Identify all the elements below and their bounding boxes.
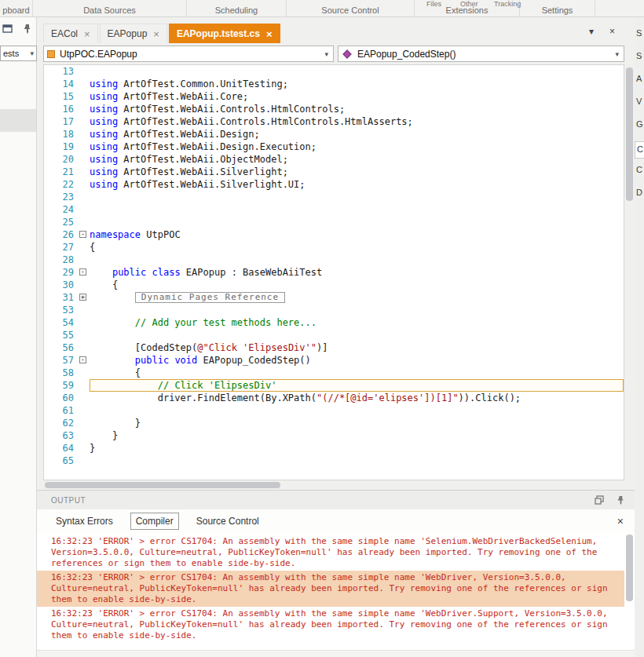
restore-panel-icon[interactable] xyxy=(595,495,604,505)
output-tab-compiler[interactable]: Compiler xyxy=(130,513,179,530)
code-text[interactable]: { xyxy=(90,241,624,254)
output-vertical-scrollbar[interactable] xyxy=(624,532,635,650)
right-strip-item[interactable]: C xyxy=(635,141,644,159)
close-document-icon[interactable]: × xyxy=(609,26,615,37)
right-strip-item[interactable]: A xyxy=(635,71,644,93)
fold-plus-icon[interactable]: + xyxy=(79,294,86,301)
output-panel-header: OUTPUT xyxy=(37,491,635,509)
code-text[interactable]: using ArtOfTest.WebAii.Controls.HtmlCont… xyxy=(90,103,624,115)
code-text[interactable]: using ArtOfTest.WebAii.Design; xyxy=(90,128,624,141)
fold-gutter: - xyxy=(79,354,90,367)
type-selector-value: UtpPOC.EAPopup xyxy=(60,49,137,60)
ribbon-small-label[interactable]: Other xyxy=(460,0,478,8)
code-text[interactable] xyxy=(90,404,624,417)
right-strip-item[interactable]: S xyxy=(635,48,644,71)
code-text[interactable]: using ArtOfTest.WebAii.Silverlight.UI; xyxy=(90,178,624,191)
editor-line: 25 xyxy=(44,216,624,228)
output-horizontal-scroll-area[interactable] xyxy=(37,650,635,657)
output-entry[interactable]: 16:32:23 'INFO' > Build Failed xyxy=(37,647,624,650)
line-number: 53 xyxy=(44,304,79,316)
pin-icon[interactable] xyxy=(617,495,625,505)
editor-vertical-scrollbar[interactable] xyxy=(624,64,635,490)
tab-EAPopup[interactable]: EAPopup× xyxy=(100,24,167,43)
fold-minus-icon[interactable]: - xyxy=(79,356,86,363)
code-text[interactable]: } xyxy=(90,429,624,442)
code-text[interactable]: // Add your test methods here... xyxy=(90,316,624,329)
code-text[interactable]: } xyxy=(90,417,624,429)
output-entry[interactable]: 16:32:23 'ERROR' > error CS1704: An asse… xyxy=(37,535,624,571)
type-selector-dropdown[interactable]: UtpPOC.EAPopup ▾ xyxy=(43,46,334,62)
code-text[interactable] xyxy=(90,65,624,78)
tab-EACol[interactable]: EACol× xyxy=(43,24,98,43)
line-number: 24 xyxy=(44,203,79,216)
ribbon-group[interactable]: pboard xyxy=(0,0,33,16)
code-token: public xyxy=(135,355,169,366)
tab-close-icon[interactable]: × xyxy=(153,29,159,39)
right-strip-item[interactable]: S xyxy=(635,25,644,48)
output-tab-source-control[interactable]: Source Control xyxy=(192,513,264,529)
ribbon-group[interactable]: Settings xyxy=(520,0,595,16)
output-entry[interactable]: 16:32:23 'ERROR' > error CS1704: An asse… xyxy=(37,571,624,607)
code-text[interactable]: { xyxy=(90,367,624,379)
editor-horizontal-scrollbar-thumb[interactable] xyxy=(45,482,280,488)
code-text[interactable]: using ArtOfTest.WebAii.Design.Execution; xyxy=(90,141,624,153)
fold-gutter xyxy=(79,279,90,291)
output-entry[interactable]: 16:32:23 'ERROR' > error CS1704: An asse… xyxy=(37,607,624,643)
code-text[interactable] xyxy=(90,254,624,266)
code-text[interactable]: Dynamic Pages Reference xyxy=(90,291,624,304)
editor-horizontal-scrollbar[interactable] xyxy=(43,480,624,490)
left-panel-selected-item[interactable] xyxy=(0,109,36,132)
code-text[interactable]: using ArtOfTest.WebAii.Controls.HtmlCont… xyxy=(90,115,624,128)
code-text[interactable]: using ArtOfTest.Common.UnitTesting; xyxy=(90,78,624,90)
output-close-icon[interactable]: × xyxy=(617,515,624,527)
code-text[interactable]: driver.FindElement(By.XPath("(//*[@id='e… xyxy=(90,392,624,404)
ribbon-group[interactable]: Data Sources xyxy=(33,0,187,16)
ribbon-small-label[interactable]: Tracking xyxy=(494,0,521,8)
code-token: using xyxy=(90,179,118,190)
code-text[interactable]: } xyxy=(90,442,624,454)
dock-window-icon[interactable] xyxy=(2,24,13,34)
fold-gutter xyxy=(79,454,90,467)
code-text[interactable]: public class EAPopup : BaseWebAiiTest xyxy=(90,266,624,279)
right-strip-item[interactable]: V xyxy=(635,93,644,116)
code-text[interactable] xyxy=(90,329,624,341)
fold-minus-icon[interactable]: - xyxy=(79,268,86,276)
code-token: ArtOfTest.WebAii.Silverlight; xyxy=(118,166,288,177)
code-text[interactable]: // Click 'ElipsesDiv' xyxy=(90,379,624,392)
right-strip-item[interactable]: D xyxy=(635,184,644,207)
member-selector-dropdown[interactable]: EAPopup_CodedStep() ▾ xyxy=(338,46,624,62)
code-text[interactable] xyxy=(90,454,624,467)
output-tab-syntax-errors[interactable]: Syntax Errors xyxy=(51,513,118,529)
code-text[interactable]: using ArtOfTest.WebAii.Core; xyxy=(90,90,624,103)
code-text[interactable]: using ArtOfTest.WebAii.ObjectModel; xyxy=(90,153,624,166)
fold-minus-icon[interactable]: - xyxy=(79,231,86,238)
editor-line: 17using ArtOfTest.WebAii.Controls.HtmlCo… xyxy=(44,115,624,128)
ribbon-group[interactable]: Source Control xyxy=(287,0,415,16)
right-strip-item[interactable]: C xyxy=(635,162,644,184)
right-strip-item[interactable]: G xyxy=(635,116,644,139)
tab-close-icon[interactable]: × xyxy=(84,29,90,39)
code-text[interactable] xyxy=(90,216,624,228)
editor-vertical-scrollbar-thumb[interactable] xyxy=(626,68,633,201)
tests-dropdown[interactable]: ests ▾ xyxy=(0,46,37,61)
code-text[interactable] xyxy=(90,203,624,216)
code-editor[interactable]: 1314using ArtOfTest.Common.UnitTesting;1… xyxy=(43,64,624,480)
editor-line: 29- public class EAPopup : BaseWebAiiTes… xyxy=(44,266,624,279)
ribbon-group[interactable]: Scheduling xyxy=(187,0,287,16)
code-text[interactable]: [CodedStep(@"Click 'ElipsesDiv'")] xyxy=(90,341,624,354)
code-text[interactable] xyxy=(90,304,624,316)
code-text[interactable]: namespace UtpPOC xyxy=(90,228,624,241)
code-text[interactable]: { xyxy=(90,279,624,291)
code-text[interactable]: using ArtOfTest.WebAii.Silverlight; xyxy=(90,166,624,178)
ribbon-small-label[interactable]: Files xyxy=(426,0,441,8)
output-body: 16:32:23 'ERROR' > error CS1704: An asse… xyxy=(37,532,635,650)
line-number: 60 xyxy=(44,392,79,404)
code-text[interactable] xyxy=(90,191,624,203)
tab-EAPopup.tstest.cs[interactable]: EAPopup.tstest.cs× xyxy=(169,24,280,43)
pin-icon[interactable] xyxy=(23,24,32,34)
tab-list-dropdown-icon[interactable]: ▾ xyxy=(589,26,594,37)
tab-close-icon[interactable]: × xyxy=(266,29,273,39)
output-scrollbar-thumb[interactable] xyxy=(626,535,633,601)
code-text[interactable]: public void EAPopup_CodedStep() xyxy=(90,354,624,367)
collapsed-region[interactable]: Dynamic Pages Reference xyxy=(135,292,285,303)
